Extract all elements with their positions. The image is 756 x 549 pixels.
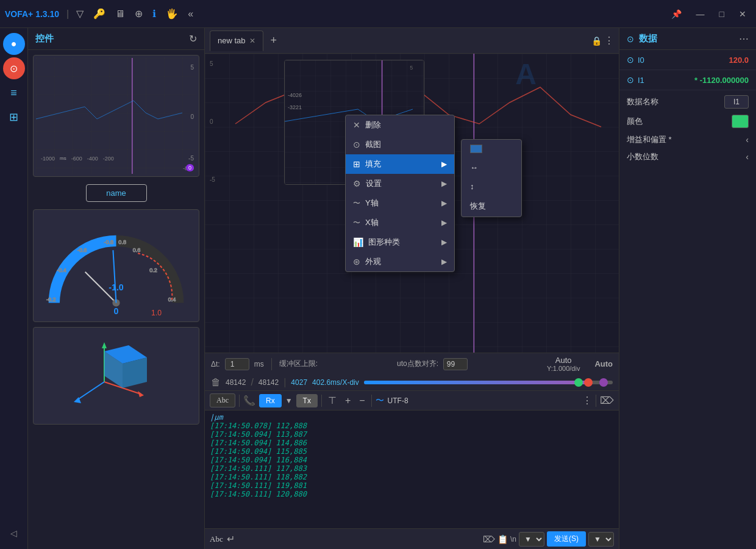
fill-sub-square-icon (470, 145, 482, 153)
toolbar-icon-hand[interactable]: 🖐 (163, 7, 180, 21)
console-toolbar-sep2 (321, 395, 322, 407)
context-menu-delete[interactable]: ✕ 删除 (346, 115, 454, 135)
y-div-text: Y:1.000/div (547, 365, 580, 372)
fill-sub-vertical[interactable]: ↕ (462, 177, 521, 196)
tab-add-icon[interactable]: + (266, 32, 282, 49)
chart-y-label-0: 0 (190, 113, 194, 120)
toolbar-icon-target[interactable]: ⊕ (132, 7, 145, 21)
svg-text:-0.6: -0.6 (77, 247, 87, 253)
console-text-input[interactable] (238, 534, 479, 544)
yaxis-arrow: ▶ (441, 199, 447, 207)
minimize-button[interactable]: — (691, 7, 710, 21)
data-item-I0[interactable]: ⊙ I0 120.0 (619, 50, 756, 70)
seekbar-dot-green[interactable] (574, 378, 583, 387)
console-more-icon[interactable]: ⋮ (582, 395, 592, 406)
sidebar-icon-record[interactable]: ⊙ (3, 57, 25, 79)
send-area: ⌦ 📋 \n ▼ 发送(S) ▼ (483, 531, 614, 547)
console-send-arrow-icon[interactable]: ↵ (227, 533, 235, 545)
svg-text:0.2: 0.2 (149, 267, 157, 273)
console-align-icon[interactable]: ⊤ (326, 393, 339, 407)
prop-decimals-arrow[interactable]: ‹ (746, 152, 749, 162)
sidebar-icon-layers[interactable]: ⊞ (3, 106, 25, 128)
app-brand: VOFA+ 1.3.10 (5, 9, 59, 19)
send-options-icon[interactable]: 📋 (497, 534, 508, 544)
close-button[interactable]: ✕ (734, 7, 751, 21)
seekbar-time2: 402.6ms/X-div (312, 378, 359, 387)
tab-menu-icon[interactable]: ⋮ (604, 35, 614, 46)
console-toolbar-sep3 (371, 395, 372, 407)
console-tx-btn[interactable]: Tx (296, 394, 318, 407)
tab-new-tab[interactable]: new tab ✕ (210, 30, 263, 51)
send-button[interactable]: 发送(S) (547, 531, 586, 547)
delta-t-input[interactable] (225, 358, 249, 370)
sidebar-icon-resize[interactable]: ◁ (3, 522, 25, 544)
console-toolbar-sep4 (596, 395, 596, 407)
console-rx-btn[interactable]: Rx (259, 394, 282, 407)
prop-gain-arrow[interactable]: ‹ (746, 135, 749, 145)
console-line-7: [17:14:50.111] 119,881 (210, 481, 614, 490)
console-content: |μm [17:14:50.078] 112,888 [17:14:50.094… (205, 411, 619, 528)
svg-text:-1.0: -1.0 (109, 282, 124, 292)
prop-decimals-label: 小数位数 (627, 151, 746, 162)
delete-label: 删除 (365, 120, 381, 131)
tab-bar: new tab ✕ + 🔒 ⋮ (205, 28, 619, 54)
console-plus-icon[interactable]: + (343, 394, 353, 407)
pin-button[interactable]: 📌 (666, 7, 686, 21)
chart-x-200: -200 (103, 156, 114, 162)
toolbar-icon-key[interactable]: 🔑 (91, 7, 108, 21)
toolbar-icon-arrow[interactable]: ▽ (74, 7, 86, 21)
newline-select[interactable]: ▼ (519, 532, 544, 547)
tab-close-icon[interactable]: ✕ (249, 37, 255, 45)
seekbar-track[interactable] (364, 381, 613, 384)
clear-input-icon[interactable]: ⌦ (483, 534, 495, 544)
appearance-label: 外观 (365, 256, 381, 267)
context-menu-xaxis[interactable]: 〜 X轴 ▶ (346, 213, 454, 232)
data-item-I1[interactable]: ⊙ I1 * -1120.000000 (619, 70, 756, 90)
prop-gain-label: 增益和偏置 * (627, 134, 746, 145)
context-menu-appearance[interactable]: ⊛ 外观 ▶ (346, 252, 454, 271)
sidebar-icon-circle[interactable]: ● (3, 33, 25, 55)
svg-line-14 (113, 250, 116, 303)
maximize-button[interactable]: □ (715, 7, 729, 21)
chart-widget[interactable]: 5 0 -5 -1000 ms -600 -400 -200 -800 0 (33, 55, 199, 177)
fill-sub-icon[interactable] (462, 140, 521, 158)
yaxis-icon: 〜 (353, 198, 360, 209)
fill-sub-horizontal[interactable]: ↔ (462, 158, 521, 177)
sidebar-icon-lines[interactable]: ≡ (3, 82, 25, 104)
seekbar-dot-purple[interactable] (599, 378, 608, 387)
context-menu-screenshot[interactable]: ⊙ 截图 (346, 135, 454, 154)
context-menu-chart-type[interactable]: 📊 图形种类 ▶ (346, 232, 454, 252)
context-menu-settings[interactable]: ⚙ 设置 ▶ (346, 174, 454, 193)
titlebar: VOFA+ 1.3.10 | ▽ 🔑 🖥 ⊕ ℹ 🖐 « 📌 — □ ✕ (0, 0, 756, 28)
delta-t-label: Δt: (211, 360, 220, 368)
xaxis-label: X轴 (365, 217, 379, 228)
fill-sub-restore[interactable]: 恢复 (462, 196, 521, 217)
trash-icon[interactable]: 🗑 (211, 377, 221, 388)
prop-color-swatch[interactable] (732, 115, 749, 128)
prop-color-row: 颜色 (627, 115, 749, 128)
name-button[interactable]: name (86, 184, 147, 202)
gauge-widget[interactable]: -0.2 -0.4 -0.6 -0.8 0.2 0.4 0.6 0.8 -1.0… (33, 209, 199, 322)
scope-area: 5 0 -5 A 5 (205, 54, 619, 353)
console-minus-icon[interactable]: − (357, 394, 367, 407)
tab-label: new tab (218, 36, 246, 45)
console-abc-btn[interactable]: Abc (210, 393, 235, 407)
send-dropdown[interactable]: ▼ (588, 532, 614, 547)
console-unit: |μm (210, 413, 614, 422)
prop-name-value[interactable]: I1 (724, 95, 749, 109)
context-menu-yaxis[interactable]: 〜 Y轴 ▶ (346, 193, 454, 213)
seekbar-val2: 48142 (259, 378, 279, 387)
svg-marker-20 (138, 391, 144, 397)
cube-widget[interactable] (33, 327, 199, 425)
toolbar-icon-chevron[interactable]: « (185, 7, 196, 21)
context-menu-fill[interactable]: ⊞ 填充 ▶ (346, 154, 454, 174)
seekbar-dot-red[interactable] (584, 378, 593, 387)
seekbar-pipe: | (284, 377, 286, 388)
toolbar-icon-info[interactable]: ℹ (150, 7, 159, 21)
points-input[interactable] (443, 358, 468, 370)
right-panel-menu-icon[interactable]: ⋯ (739, 33, 749, 45)
refresh-icon[interactable]: ↻ (189, 33, 197, 45)
toolbar-icon-screen[interactable]: 🖥 (113, 7, 127, 21)
right-panel: ⊙ 数据 ⋯ ⊙ I0 120.0 ⊙ I1 * -1120.000000 数据… (619, 28, 756, 549)
console-eraser-icon[interactable]: ⌦ (600, 395, 614, 406)
